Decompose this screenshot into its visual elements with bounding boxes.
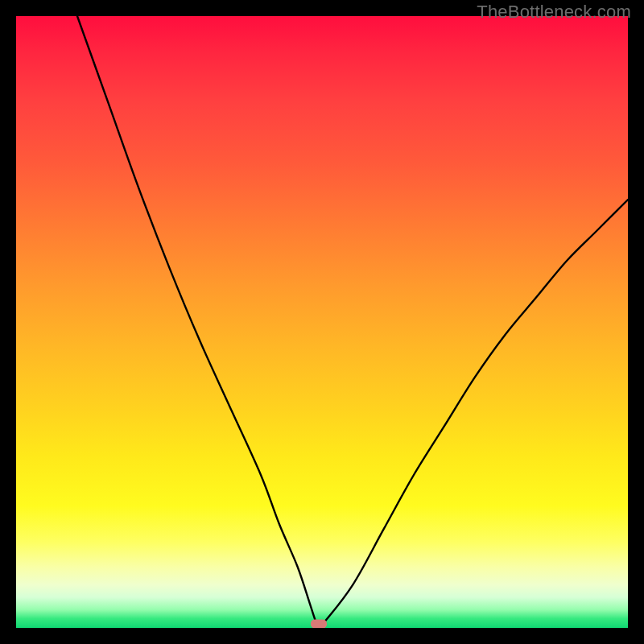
chart-container: TheBottleneck.com [0, 0, 644, 644]
curve-svg [16, 16, 628, 628]
plot-area [16, 16, 628, 628]
bottleneck-curve [77, 16, 628, 628]
minimum-marker [311, 620, 327, 628]
watermark-text: TheBottleneck.com [477, 2, 631, 23]
